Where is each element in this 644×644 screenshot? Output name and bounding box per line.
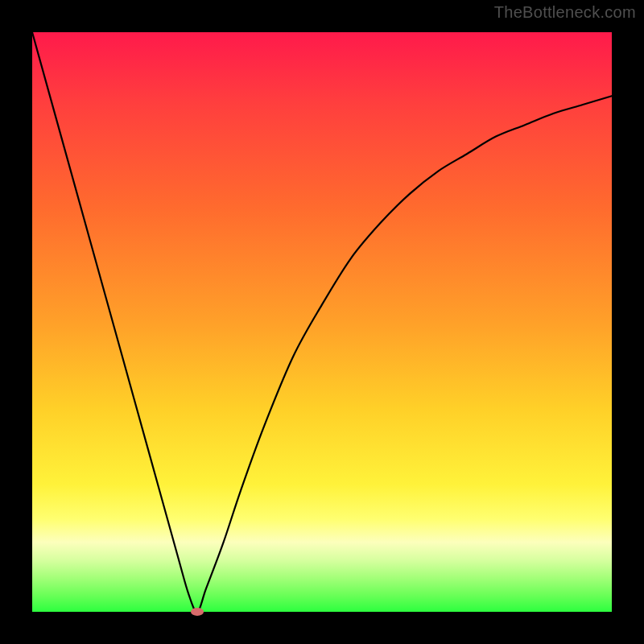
plot-area [32,32,612,612]
bottleneck-curve [32,32,612,612]
chart-frame: TheBottleneck.com [0,0,644,644]
min-marker [191,608,204,616]
watermark-text: TheBottleneck.com [494,3,636,22]
